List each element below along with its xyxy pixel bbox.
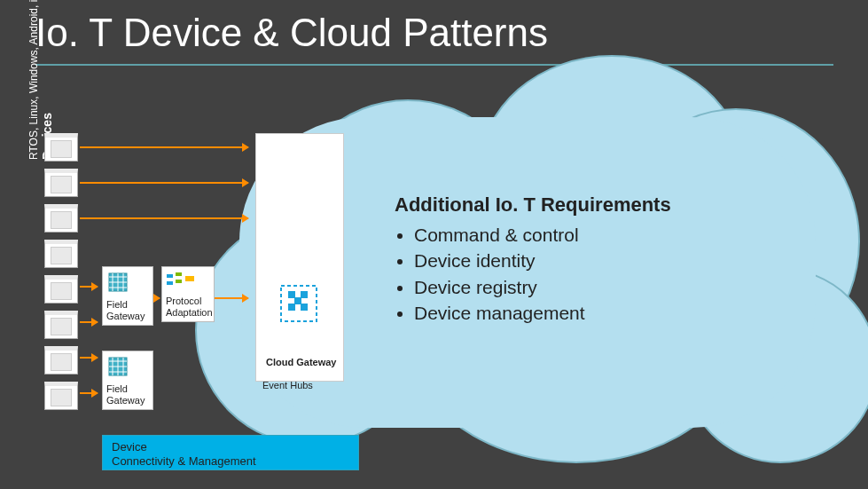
requirements-block: Additional Io. T Requirements Command & … bbox=[395, 193, 671, 327]
devices-sub-label: RTOS, Linux, Windows, Android, i. OS bbox=[27, 0, 40, 160]
device-column bbox=[44, 133, 78, 410]
arrow bbox=[80, 321, 98, 323]
device-connectivity-bar: Device Connectivity & Management bbox=[102, 435, 359, 470]
arrow bbox=[80, 286, 98, 288]
bottom-bar-line2: Connectivity & Management bbox=[112, 454, 349, 469]
device-box bbox=[44, 382, 78, 410]
device-box bbox=[44, 204, 78, 233]
arrow bbox=[80, 357, 98, 359]
svg-rect-10 bbox=[176, 280, 182, 283]
cloud-gateway-icon bbox=[279, 284, 318, 323]
requirements-heading: Additional Io. T Requirements bbox=[395, 193, 671, 217]
requirement-item: Command & control bbox=[414, 222, 671, 248]
field-gateway-box-1: Field Gateway bbox=[102, 266, 153, 326]
cloud-gateway-label: Cloud Gateway bbox=[262, 355, 340, 369]
svg-rect-22 bbox=[288, 304, 295, 311]
device-box bbox=[44, 346, 78, 375]
chip-icon bbox=[106, 355, 129, 378]
arrow bbox=[80, 217, 248, 219]
arrow bbox=[80, 182, 248, 184]
title-underline bbox=[35, 64, 833, 66]
protocol-adaptation-box: Protocol Adaptation bbox=[161, 266, 215, 322]
svg-rect-9 bbox=[176, 272, 182, 276]
device-box bbox=[44, 240, 78, 268]
svg-rect-24 bbox=[294, 297, 301, 304]
requirement-item: Device registry bbox=[414, 274, 671, 300]
arrow bbox=[213, 297, 248, 299]
page-title: Io. T Device & Cloud Patterns bbox=[35, 11, 548, 55]
arrow bbox=[80, 392, 98, 394]
svg-rect-21 bbox=[301, 291, 308, 298]
field-gateway-label: Field Gateway bbox=[106, 383, 149, 406]
event-hubs-label: Event Hubs bbox=[262, 380, 313, 390]
device-box bbox=[44, 275, 78, 304]
requirement-item: Device identity bbox=[414, 248, 671, 273]
chip-icon bbox=[106, 271, 129, 294]
svg-rect-7 bbox=[167, 274, 173, 278]
device-box bbox=[44, 133, 78, 162]
field-gateway-box-2: Field Gateway bbox=[102, 351, 153, 410]
protocol-adaptation-label: Protocol Adaptation bbox=[166, 296, 210, 318]
cloud-gateway-panel bbox=[255, 133, 344, 382]
svg-rect-11 bbox=[185, 276, 194, 281]
protocol-icon bbox=[166, 271, 198, 290]
svg-rect-8 bbox=[167, 281, 173, 285]
device-box bbox=[44, 311, 78, 339]
svg-rect-20 bbox=[288, 291, 295, 298]
field-gateway-label: Field Gateway bbox=[106, 299, 149, 321]
requirements-list: Command & control Device identity Device… bbox=[414, 222, 671, 327]
arrow bbox=[80, 146, 248, 148]
bottom-bar-line1: Device bbox=[112, 440, 349, 454]
requirement-item: Device management bbox=[414, 300, 671, 326]
device-box bbox=[44, 169, 78, 197]
svg-rect-23 bbox=[301, 304, 308, 311]
